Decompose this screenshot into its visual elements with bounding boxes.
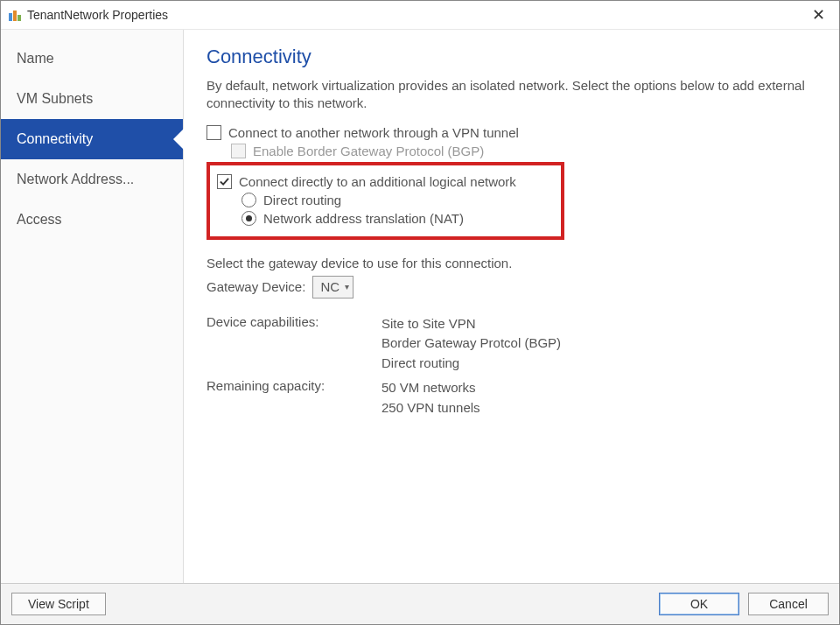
- properties-dialog: TenantNetwork Properties ✕ Name VM Subne…: [0, 0, 840, 625]
- page-heading: Connectivity: [206, 46, 816, 68]
- app-icon: [8, 8, 22, 22]
- close-icon[interactable]: ✕: [801, 3, 836, 27]
- connect-direct-label: Connect directly to an additional logica…: [239, 174, 516, 189]
- device-capabilities-row: Device capabilities: Site to Site VPN Bo…: [206, 314, 816, 374]
- svg-rect-2: [18, 15, 21, 21]
- sidebar-item-label: Access: [17, 212, 62, 227]
- device-capabilities-label: Device capabilities:: [206, 314, 382, 374]
- chevron-down-icon: ▾: [345, 282, 349, 291]
- highlighted-connect-direct-group: Connect directly to an additional logica…: [206, 162, 564, 240]
- sidebar-item-label: Connectivity: [17, 131, 93, 146]
- gateway-instruction: Select the gateway device to use for thi…: [206, 256, 816, 270]
- gateway-device-value: NC: [320, 279, 340, 294]
- remaining-capacity-value: 50 VM networks 250 VPN tunnels: [382, 378, 816, 418]
- nat-radio[interactable]: [242, 211, 256, 226]
- dialog-body: Name VM Subnets Connectivity Network Add…: [1, 30, 839, 583]
- device-capabilities-value: Site to Site VPN Border Gateway Protcol …: [382, 314, 816, 374]
- intro-text: By default, network virtualization provi…: [206, 77, 816, 113]
- sidebar-item-label: Name: [17, 51, 54, 66]
- nat-option[interactable]: Network address translation (NAT): [242, 211, 554, 226]
- sidebar-item-name[interactable]: Name: [1, 39, 183, 79]
- remaining-capacity-label: Remaining capacity:: [206, 378, 382, 418]
- ok-button[interactable]: OK: [659, 593, 739, 615]
- capacity-line: 250 VPN tunnels: [382, 398, 816, 418]
- bgp-checkbox: [231, 144, 246, 158]
- bgp-option: Enable Border Gateway Protocol (BGP): [231, 144, 816, 158]
- titlebar: TenantNetwork Properties ✕: [1, 1, 839, 30]
- capability-line: Border Gateway Protcol (BGP): [382, 334, 816, 354]
- gateway-device-label: Gateway Device:: [206, 279, 305, 294]
- vpn-tunnel-checkbox[interactable]: [206, 125, 221, 140]
- capability-line: Direct routing: [382, 354, 816, 374]
- sidebar: Name VM Subnets Connectivity Network Add…: [1, 30, 184, 583]
- nat-label: Network address translation (NAT): [263, 211, 464, 226]
- sidebar-item-access[interactable]: Access: [1, 200, 183, 240]
- vpn-tunnel-option[interactable]: Connect to another network through a VPN…: [206, 125, 816, 140]
- gateway-device-select[interactable]: NC ▾: [312, 276, 354, 298]
- view-script-button[interactable]: View Script: [11, 593, 106, 615]
- sidebar-item-network-address[interactable]: Network Address...: [1, 159, 183, 200]
- vpn-tunnel-label: Connect to another network through a VPN…: [228, 125, 519, 140]
- dialog-footer: View Script OK Cancel: [1, 583, 839, 624]
- bgp-label: Enable Border Gateway Protocol (BGP): [253, 144, 484, 158]
- capacity-line: 50 VM networks: [382, 378, 816, 398]
- direct-routing-label: Direct routing: [263, 193, 341, 207]
- sidebar-item-label: Network Address...: [17, 172, 134, 186]
- capability-line: Site to Site VPN: [382, 314, 816, 334]
- sidebar-item-vm-subnets[interactable]: VM Subnets: [1, 79, 183, 119]
- remaining-capacity-row: Remaining capacity: 50 VM networks 250 V…: [206, 378, 816, 418]
- gateway-device-row: Gateway Device: NC ▾: [206, 276, 816, 298]
- window-title: TenantNetwork Properties: [27, 8, 801, 22]
- connect-direct-checkbox[interactable]: [217, 174, 232, 189]
- sidebar-item-connectivity[interactable]: Connectivity: [1, 119, 183, 159]
- direct-routing-radio[interactable]: [242, 193, 256, 207]
- svg-rect-0: [9, 13, 12, 21]
- cancel-button[interactable]: Cancel: [748, 593, 829, 615]
- sidebar-item-label: VM Subnets: [17, 91, 93, 106]
- svg-rect-1: [13, 11, 17, 21]
- content-pane: Connectivity By default, network virtual…: [184, 30, 839, 583]
- direct-routing-option[interactable]: Direct routing: [242, 193, 554, 207]
- connect-direct-option[interactable]: Connect directly to an additional logica…: [217, 174, 554, 189]
